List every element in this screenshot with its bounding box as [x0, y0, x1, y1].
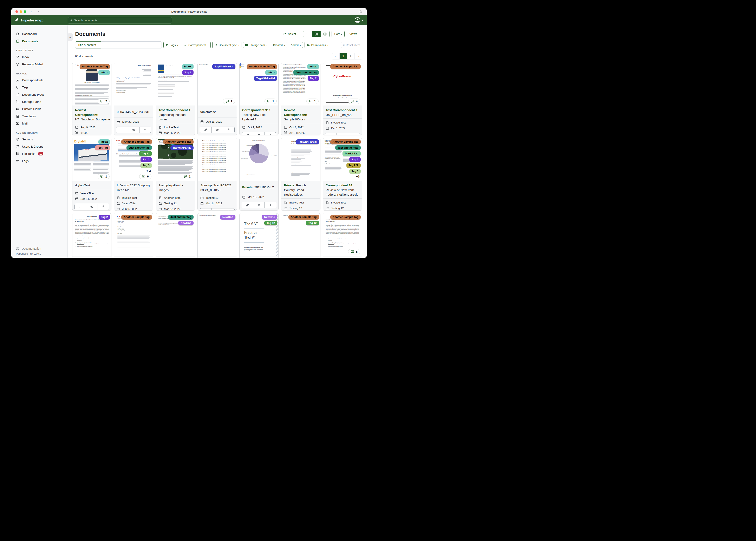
document-thumbnail[interactable]: ✳ BANK OF SCOTLANDBank of Scotland • 100… [114, 63, 153, 106]
document-thumbnail[interactable]: Patient BP Distribution 2011Normal, 150,… [240, 138, 278, 181]
app-brand[interactable]: Paperless-ngx [15, 18, 68, 23]
document-title[interactable]: InDesign 2022 Scripting Read Me [114, 181, 153, 194]
edit-button[interactable] [242, 132, 253, 136]
tag-chip[interactable]: Inbox [307, 64, 319, 69]
filter-tags-button[interactable]: Tags▾ [163, 42, 180, 48]
sidebar-item-documents[interactable]: Documents [11, 38, 67, 45]
tag-chip[interactable]: Tag 3 [141, 163, 152, 168]
tag-chip[interactable]: Test Tag [95, 145, 110, 150]
view-button[interactable] [253, 202, 265, 208]
tag-chip[interactable]: Another Sample Tag [330, 139, 361, 144]
tag-chip[interactable]: NewOne [220, 215, 235, 220]
notes-badge[interactable]: 2 [98, 99, 110, 104]
tag-chip[interactable]: Inbox [98, 70, 110, 75]
tag-chip[interactable]: Tag 2 [141, 157, 152, 162]
edit-button[interactable] [200, 127, 211, 133]
tag-chip[interactable]: Just another tag [335, 145, 361, 150]
sidebar-item-document-types[interactable]: Document Types [11, 91, 67, 98]
download-button[interactable] [265, 202, 276, 208]
tag-chip[interactable]: Tag 2 [349, 157, 361, 162]
share-icon[interactable] [359, 10, 363, 14]
document-thumbnail[interactable]: DrylabNNETFLIXNew owners:InboxTest Tag1 [72, 138, 111, 181]
documentation-link[interactable]: Documentation [11, 246, 41, 252]
filter-permissions-button[interactable]: Permissions▾ [305, 42, 330, 48]
tag-chip[interactable]: Another Sample Tag [121, 139, 152, 144]
tag-chip[interactable]: Another Sample Tag [288, 215, 319, 220]
document-thumbnail[interactable]: one,1.0 five,5.0Another Sample TagInboxT… [240, 63, 278, 106]
zoom-window-button[interactable] [24, 10, 26, 13]
download-button[interactable] [223, 209, 234, 211]
download-button[interactable] [348, 133, 360, 135]
collapse-sidebar-button[interactable]: « [68, 33, 73, 41]
tag-chip[interactable]: TagWithPartial [296, 139, 319, 144]
grid-view-button[interactable] [312, 31, 321, 37]
tag-chip[interactable]: Tag 2 [182, 70, 194, 75]
filter-correspondent-button[interactable]: Correspondent▾ [182, 42, 211, 48]
view-button[interactable] [128, 127, 139, 133]
document-title[interactable]: drylab Test [72, 181, 111, 189]
document-thumbnail[interactable]: Lorem ipsumLorem ipsum dolor sit amet, c… [323, 214, 362, 256]
edit-button[interactable] [116, 127, 128, 133]
page-next-button[interactable]: » [354, 53, 362, 59]
document-thumbnail[interactable]: Test Name123-456-789January 2, 2022July … [114, 214, 153, 256]
page-prev-button[interactable]: « [332, 53, 340, 59]
view-button[interactable] [253, 132, 265, 136]
tag-chip[interactable]: Tag 3 [349, 169, 361, 174]
document-title[interactable]: Private: 2011 BP Pie 2 [240, 181, 278, 193]
document-title[interactable]: Newest Correspondent: H7_Napoleon_Bonapa… [72, 106, 111, 123]
views-button[interactable]: Views▾ [347, 31, 362, 37]
filter-storage-path-button[interactable]: Storage path▾ [243, 42, 269, 48]
document-title[interactable]: 0004814539_20230531 [114, 106, 153, 118]
download-button[interactable] [265, 132, 276, 136]
sort-button[interactable]: Sort▾ [332, 31, 345, 37]
tag-chip[interactable]: Tag 12 [264, 221, 277, 226]
notes-badge[interactable]: 5 [348, 249, 360, 255]
download-button[interactable] [139, 127, 151, 133]
edit-button[interactable] [242, 202, 253, 208]
document-title[interactable]: Test Correspondent 1: [paperless] test p… [156, 106, 195, 123]
back-icon[interactable]: ‹ [30, 10, 33, 13]
view-button[interactable] [211, 209, 223, 211]
tag-chip[interactable]: TagWithPartial [212, 64, 235, 69]
tag-chip[interactable]: Tag 2 [99, 215, 110, 220]
tag-chip[interactable]: Inbox [98, 139, 110, 144]
tag-chip[interactable]: Partial Tag [343, 151, 361, 156]
detail-view-button[interactable] [321, 31, 329, 37]
view-button[interactable] [211, 127, 223, 133]
notes-badge[interactable]: 6 [139, 174, 151, 179]
document-thumbnail[interactable]: The SATPracticeTest #1Make time to take … [240, 214, 278, 256]
document-title[interactable]: Correspondent 14: Review-of-New-York-Fed… [323, 181, 362, 198]
document-title[interactable]: Test Correspondent 1: UM_PPBE_en_v29 [323, 106, 362, 118]
select-button[interactable]: Select▾ [281, 31, 301, 37]
sidebar-item-inbox[interactable]: Inbox [11, 53, 67, 61]
notes-badge[interactable]: 1 [306, 99, 319, 104]
tag-chip[interactable]: Another Sample Tag [330, 64, 361, 69]
document-title[interactable]: Correspondent 9: 1 Testing New Title Upd… [240, 106, 278, 123]
tag-chip[interactable]: Tag 12 [139, 151, 152, 156]
document-thumbnail[interactable]: Review of Arbitral Awards Shows Swift Re… [323, 138, 362, 181]
tag-chip[interactable]: NewOne [178, 221, 194, 226]
tag-chip[interactable]: Tag 2 [308, 76, 319, 81]
title-content-input[interactable] [101, 41, 162, 48]
view-button[interactable] [337, 133, 348, 135]
document-thumbnail[interactable]: CyberPowerPowerPanel® Business EditionUs… [323, 63, 362, 106]
page-1-button[interactable]: 1 [340, 53, 347, 59]
minimize-window-button[interactable] [20, 10, 22, 13]
sidebar-item-settings[interactable]: Settings [11, 136, 67, 143]
document-thumbnail[interactable]: This is a testAnother Sample TagTag 12 [281, 214, 320, 256]
document-title[interactable]: 2sample-pdf-with-images [156, 181, 195, 194]
sidebar-item-logs[interactable]: Logs [11, 157, 67, 165]
document-thumbnail[interactable]: Lorem ipsumLorem ipsum dolor sit amet, c… [72, 214, 111, 256]
tag-chip[interactable]: Just another tag [168, 215, 194, 220]
document-thumbnail[interactable]: French Country BreadFor the LeavenMake t… [281, 138, 320, 181]
document-thumbnail[interactable]: This is a multi page document. Page 1.Ne… [198, 214, 236, 256]
search-input[interactable] [68, 17, 172, 24]
document-thumbnail[interactable]: AdobeInDesign Scripting DocumentationAno… [114, 138, 153, 181]
filter-created-button[interactable]: Created▾ [271, 42, 287, 48]
edit-button[interactable] [75, 204, 86, 210]
document-thumbnail[interactable]: Boundary Waters TripGoogle EarthAnother … [156, 138, 195, 181]
notes-badge[interactable]: 4 [348, 99, 360, 104]
sidebar-item-correspondents[interactable]: Correspondents [11, 77, 67, 84]
tag-chip[interactable]: Inbox [265, 70, 277, 75]
download-button[interactable] [98, 204, 109, 210]
